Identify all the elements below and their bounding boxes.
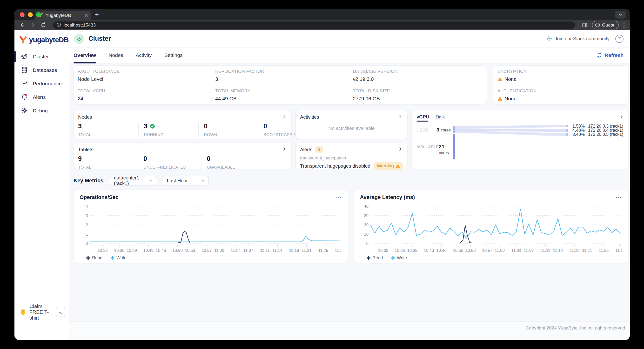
stat-caption: TOTAL [78,165,135,170]
stat-label: REPLICATION FACTOR [215,69,349,74]
svg-text:11:14: 11:14 [553,248,563,253]
warning-badge: Warning [374,162,404,170]
sidebar-item-label: Databases [33,67,57,73]
usage-tab-disk[interactable]: Disk [436,114,445,122]
yugabytedb-logo[interactable]: yugabyteDB [14,30,69,50]
svg-text:11:11: 11:11 [260,248,270,253]
alerts-chevron-icon[interactable] [398,146,403,153]
tablets-panel-title: Tablets [78,147,93,152]
profile-button[interactable]: Guest [592,21,619,30]
slack-icon [546,36,552,42]
reload-button[interactable] [40,22,47,29]
alert-row: Transparent hugepages disabled Warning [296,161,407,170]
used-row: USED 3 cores [416,127,451,133]
activities-chevron-icon[interactable] [398,114,403,120]
svg-text:10:57: 10:57 [202,248,212,253]
browser-menu-icon[interactable] [622,23,626,28]
page-content: FAULT TOLERANCENode LevelREPLICATION FAC… [69,64,630,321]
svg-text:10:32: 10:32 [378,248,388,253]
profile-label: Guest [602,23,614,28]
svg-text:11:04: 11:04 [231,248,241,253]
warning-triangle-icon [498,96,502,101]
sidebar-collapse-button[interactable]: « [56,308,65,316]
svg-text:11:21: 11:21 [302,248,312,253]
alert-name[interactable]: transparent_hugepages [296,153,407,161]
tablets-panel: Tablets 9TOTAL0UNDER-REPLICATED0UNAVAILA… [74,143,292,169]
tab-overview[interactable]: Overview [74,48,96,63]
join-slack-link[interactable]: Join our Slack community [546,36,610,42]
operations-chart-card: Operations/Sec⋯0123410:3210:3610:3910:43… [74,190,348,263]
svg-text:10:46: 10:46 [436,248,446,253]
sidebar-item-performance[interactable]: Performance [14,77,69,91]
window-close-button[interactable] [20,12,24,17]
alerts-count-badge: 3 [315,146,323,153]
stat-value: None [498,96,628,102]
forward-button[interactable] [30,22,36,29]
claim-tshirt-row[interactable]: Claim FREE T-shirt « [19,303,65,321]
security-stats-card: ENCRYPTIONNoneAUTHENTICATIONNone [493,65,628,104]
page-tab-row: OverviewNodesActivitySettings Refresh [69,48,630,64]
usage-tab-vcpu[interactable]: vCPU [416,114,429,122]
chart-legend: ReadWrite [360,255,622,260]
stat-value: 2779.06 GB [353,96,486,102]
svg-text:10:50: 10:50 [453,248,463,253]
cluster-stats-card: FAULT TOLERANCENode LevelREPLICATION FAC… [74,65,487,104]
svg-text:10: 10 [364,232,368,237]
svg-text:11:00: 11:00 [214,248,224,253]
svg-text:11:14: 11:14 [272,248,282,253]
refresh-icon [596,52,602,58]
legend-item-read[interactable]: Read [86,255,102,260]
chart-menu-icon[interactable]: ⋯ [335,196,342,198]
url-bar[interactable]: localhost:15433 [53,22,575,29]
svg-text:11:04: 11:04 [511,248,521,253]
stat-label: TOTAL MEMORY [215,89,349,94]
sidebar-item-debug[interactable]: Debug [14,104,69,117]
nodes-chevron-icon[interactable] [282,114,287,120]
svg-text:4: 4 [86,204,88,209]
stat-cell: TOTAL VCPU24 [74,85,211,104]
svg-text:10:32: 10:32 [98,248,108,253]
legend-item-write[interactable]: Write [391,255,407,260]
window-zoom-button[interactable] [36,12,41,17]
side-panel-icon[interactable] [581,22,588,29]
legend-item-write[interactable]: Write [111,255,126,260]
svg-text:10:43: 10:43 [143,248,154,253]
sidebar-item-alerts[interactable]: Alerts [14,91,69,104]
activities-panel: Activities No activities available [296,110,408,139]
svg-text:10:53: 10:53 [185,248,195,253]
window-minimize-button[interactable] [28,12,33,17]
tablets-stat-under-replicated: 0UNDER-REPLICATED [138,155,201,170]
cluster-health-icon [74,34,84,44]
tab-search-chevron-button[interactable] [615,11,626,19]
sankey-node-label: 3.48%172.20.0.5 (rack1) [572,132,623,137]
gear-icon [21,107,28,115]
tablets-chevron-icon[interactable] [282,146,287,153]
tab-settings[interactable]: Settings [164,48,183,63]
url-text: localhost:15433 [64,23,96,28]
usage-chevron-icon[interactable] [619,114,624,120]
tab-nodes[interactable]: Nodes [108,48,123,63]
sidebar-item-cluster[interactable]: Cluster [14,50,69,64]
tab-activity[interactable]: Activity [136,48,152,63]
new-tab-button[interactable]: + [95,10,99,19]
claim-tshirt-label: Claim FREE T-shirt [30,303,53,321]
region-select[interactable]: datacenter1 (rack1) [110,176,158,185]
legend-item-read[interactable]: Read [367,255,383,260]
warning-badge-label: Warning [377,163,394,169]
site-info-icon[interactable] [56,22,61,28]
stat-caption: UNDER-REPLICATED [144,165,198,170]
sidebar-item-databases[interactable]: Databases [14,64,69,77]
back-button[interactable] [19,22,26,29]
help-button[interactable]: ? [615,35,624,43]
stat-value: v2.19.3.0 [353,76,486,82]
yugabytedb-logo-icon [19,36,27,44]
tab-close-icon[interactable]: × [84,13,88,18]
refresh-button[interactable]: Refresh [596,48,624,63]
time-range-select[interactable]: Last Hour [163,176,209,185]
browser-tab[interactable]: YugabyteDB × [35,11,91,20]
chart-menu-icon[interactable]: ⋯ [616,196,622,198]
stat-cell: REPLICATION FACTOR3 [211,66,349,85]
legend-marker [391,256,395,260]
app-root: yugabyteDB ClusterDatabasesPerformanceAl… [14,30,630,340]
nodes-stat-running: 3RUNNING [138,123,198,137]
